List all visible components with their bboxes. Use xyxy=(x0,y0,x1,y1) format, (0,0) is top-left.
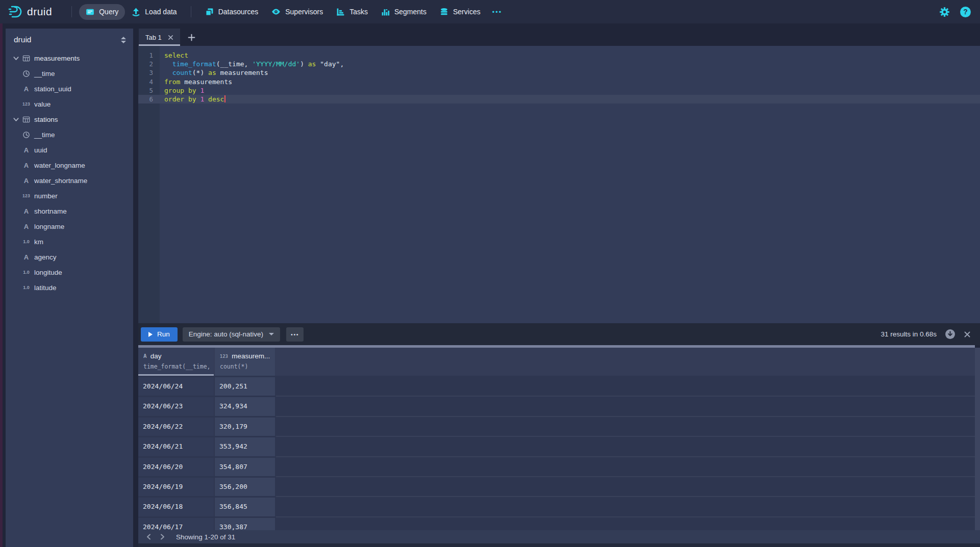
nav-item-tasks[interactable]: Tasks xyxy=(330,4,374,20)
column-name: day xyxy=(150,352,162,360)
tree-item[interactable]: A 123 1.0 __time xyxy=(6,66,133,81)
nav-item-supervisors[interactable]: Supervisors xyxy=(265,4,330,20)
nav-item-load-data[interactable]: Load data xyxy=(125,4,183,20)
sql-editor[interactable]: 1select2 time_format(__time, 'YYYY/MM/dd… xyxy=(138,46,980,323)
new-tab-button[interactable] xyxy=(188,29,195,46)
tree-item-label: longitude xyxy=(34,269,62,276)
tree-item[interactable]: A 123 1.0 stations xyxy=(6,112,133,127)
nav-more-button[interactable]: ••• xyxy=(487,5,508,19)
code-line[interactable]: 4from measurements xyxy=(138,77,980,86)
column-header-measurements[interactable]: 123 measurem... count(*) xyxy=(215,348,275,376)
text-cursor xyxy=(224,95,225,102)
cell-measurements[interactable]: 320,179 xyxy=(215,418,275,436)
nav-item-segments[interactable]: Segments xyxy=(374,4,433,20)
engine-select[interactable]: Engine: auto (sql-native) xyxy=(183,327,280,342)
cell-day[interactable]: 2024/06/19 xyxy=(138,478,214,496)
query-more-button[interactable]: ••• xyxy=(286,327,304,342)
run-toolbar: Run Engine: auto (sql-native) ••• 31 res… xyxy=(138,323,980,345)
line-number: 6 xyxy=(138,95,160,103)
results-scrollbar[interactable] xyxy=(975,348,980,530)
row-filler xyxy=(276,418,975,437)
tree-item-label: latitude xyxy=(34,284,57,292)
string-type-icon: A xyxy=(22,223,30,230)
chevron-right-icon xyxy=(159,534,165,540)
code-line[interactable]: 1select xyxy=(138,51,980,60)
schema-header: druid xyxy=(6,29,133,49)
cell-measurements[interactable]: 324,934 xyxy=(215,397,275,415)
string-type-icon: A xyxy=(22,85,30,93)
window-edge-strip xyxy=(0,23,3,547)
cell-day[interactable]: 2024/06/20 xyxy=(138,458,214,476)
play-icon xyxy=(148,332,153,337)
nav-item-label: Tasks xyxy=(349,8,368,16)
column-name: measurem... xyxy=(232,352,270,360)
line-number: 1 xyxy=(138,51,160,60)
sort-toggle-icon[interactable] xyxy=(121,37,126,43)
gear-icon[interactable] xyxy=(939,7,950,17)
tree-item[interactable]: A 123 1.0 agency xyxy=(6,249,133,265)
code-line[interactable]: 5group by 1 xyxy=(138,86,980,95)
cell-day[interactable]: 2024/06/17 xyxy=(138,518,214,530)
prev-page-button[interactable] xyxy=(142,531,156,542)
string-type-icon: A xyxy=(22,207,30,215)
cell-day[interactable]: 2024/06/24 xyxy=(138,377,214,396)
cell-day[interactable]: 2024/06/22 xyxy=(138,418,214,436)
clock-icon xyxy=(22,70,30,77)
tree-item[interactable]: A 123 1.0 longname xyxy=(6,219,133,234)
cell-day[interactable]: 2024/06/18 xyxy=(138,498,214,516)
results-panel: A day time_format(__time, … 123 measurem… xyxy=(138,348,980,530)
brand-name: druid xyxy=(27,6,52,18)
nav-item-label: Services xyxy=(453,8,481,16)
tree-item[interactable]: A 123 1.0 latitude xyxy=(6,280,133,295)
line-number: 2 xyxy=(138,60,160,68)
help-icon[interactable]: ? xyxy=(960,7,971,17)
tree-item[interactable]: A 123 1.0 station_uuid xyxy=(6,81,133,96)
code-line[interactable]: 3 count(*) as measurements xyxy=(138,68,980,77)
code-line[interactable]: 2 time_format(__time, 'YYYY/MM/dd') as "… xyxy=(138,60,980,68)
nav-item-label: Segments xyxy=(394,8,426,16)
table-icon xyxy=(22,55,30,62)
tree-item[interactable]: A 123 1.0 number xyxy=(6,188,133,203)
column-header-day[interactable]: A day time_format(__time, … xyxy=(138,348,214,376)
tree-item[interactable]: A 123 1.0 water_shortname xyxy=(6,173,133,188)
tree-item[interactable]: A 123 1.0 longitude xyxy=(6,265,133,280)
cell-measurements[interactable]: 330,387 xyxy=(215,518,275,530)
cell-measurements[interactable]: 354,807 xyxy=(215,458,275,476)
table-row: 2024/06/20 354,807 xyxy=(138,456,975,476)
cell-measurements[interactable]: 356,200 xyxy=(215,478,275,496)
tree-item[interactable]: A 123 1.0 value xyxy=(6,96,133,112)
tree-item-label: km xyxy=(34,238,43,246)
cell-day[interactable]: 2024/06/21 xyxy=(138,437,214,456)
cell-measurements[interactable]: 200,251 xyxy=(215,377,275,396)
tree-item[interactable]: A 123 1.0 __time xyxy=(6,127,133,142)
code-line[interactable]: 6order by 1 desc xyxy=(138,95,980,103)
druid-logo[interactable]: druid xyxy=(7,4,52,19)
chevron-down-icon[interactable] xyxy=(13,55,19,62)
tab-1[interactable]: Tab 1 xyxy=(139,29,180,46)
float-type-icon: 1.0 xyxy=(22,239,30,244)
next-page-button[interactable] xyxy=(156,531,169,542)
tab-close-icon[interactable] xyxy=(168,35,173,40)
download-icon[interactable] xyxy=(945,329,956,340)
nav-item-datasources[interactable]: Datasources xyxy=(198,4,265,20)
druid-console: druid Query Load data Da xyxy=(0,0,980,547)
close-results-icon[interactable] xyxy=(964,331,971,338)
nav-item-query[interactable]: Query xyxy=(79,4,125,20)
tree-item[interactable]: A 123 1.0 km xyxy=(6,234,133,249)
tree-item[interactable]: A 123 1.0 water_longname xyxy=(6,158,133,173)
tree-item[interactable]: A 123 1.0 shortname xyxy=(6,203,133,219)
string-type-icon: A xyxy=(22,162,30,169)
float-type-icon: 1.0 xyxy=(22,285,30,290)
chevron-down-icon[interactable] xyxy=(13,116,19,123)
tree-item[interactable]: A 123 1.0 measurements xyxy=(6,50,133,66)
float-type-icon: 1.0 xyxy=(22,270,30,275)
run-button[interactable]: Run xyxy=(141,327,178,342)
query-tab-bar: Tab 1 xyxy=(138,29,980,46)
cell-measurements[interactable]: 353,942 xyxy=(215,437,275,456)
pagination-label: Showing 1-20 of 31 xyxy=(176,533,235,541)
cell-day[interactable]: 2024/06/23 xyxy=(138,397,214,415)
tree-item[interactable]: A 123 1.0 uuid xyxy=(6,142,133,158)
schema-tree: A 123 1.0 measurements xyxy=(6,49,133,295)
cell-measurements[interactable]: 356,845 xyxy=(215,498,275,516)
nav-item-services[interactable]: Services xyxy=(433,4,487,20)
